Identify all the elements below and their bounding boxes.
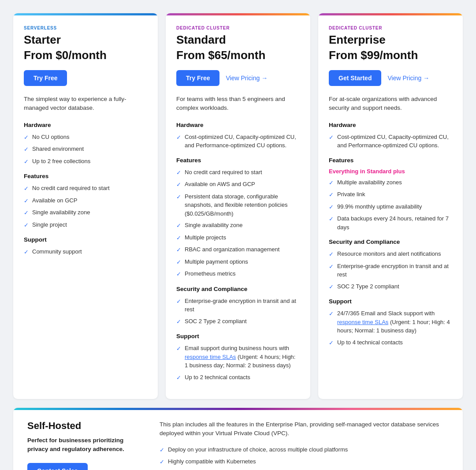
list-item: ✓99.9% monthly uptime availability [329,202,452,212]
check-icon: ✓ [329,250,334,259]
starter-hardware-list: ✓No CU options ✓Shared environment ✓Up t… [24,133,147,166]
enterprise-sla-link[interactable]: response time SLAs [337,319,388,325]
check-icon: ✓ [176,270,181,279]
check-icon: ✓ [176,180,181,189]
list-item: ✓Single availability zone [24,208,147,217]
starter-hardware-title: Hardware [24,122,147,128]
enterprise-price-prefix: From [329,48,361,62]
list-item: ✓Enterprise-grade encryption in transit … [176,297,300,314]
standard-btn-row: Try Free View Pricing → [176,70,300,86]
check-icon: ✓ [176,344,181,353]
check-icon: ✓ [176,221,181,230]
list-item: ✓Data backups every 24 hours, retained f… [329,214,452,231]
list-item: ✓Up to 2 technical contacts [176,373,300,382]
standard-hardware-list: ✓Cost-optimized CU, Capacity-optimized C… [176,133,300,150]
enterprise-hardware-title: Hardware [329,122,452,128]
enterprise-get-started-button[interactable]: Get Started [329,70,381,86]
check-icon: ✓ [24,197,29,205]
starter-features-title: Features [24,173,147,179]
list-item: ✓Up to 4 technical contacts [329,338,452,347]
list-item: ✓Multiple payment options [176,257,300,267]
starter-tagline: The simplest way to experience a fully-m… [24,95,147,113]
standard-view-pricing-link[interactable]: View Pricing → [226,75,268,82]
check-icon: ✓ [24,209,29,217]
check-icon: ✓ [160,458,164,466]
card-starter: SERVERLESS Starter From $0/month Try Fre… [13,13,158,399]
check-icon: ✓ [329,339,334,347]
check-icon: ✓ [329,203,334,212]
check-icon: ✓ [329,190,334,199]
self-hosted-title: Self-Hosted [27,420,142,432]
starter-badge: SERVERLESS [24,26,147,30]
standard-tagline: For teams with less than 5 engineers and… [176,95,300,113]
enterprise-security-list: ✓Resource monitors and alert notificatio… [329,250,452,291]
list-item: ✓Highly compatible with Kubernetes [160,457,449,466]
list-item: ✓Email support during business hours wit… [176,344,300,370]
self-hosted-left: Self-Hosted Perfect for businesses prior… [27,420,142,470]
enterprise-view-pricing-link[interactable]: View Pricing → [387,75,429,82]
list-item: ✓Resource monitors and alert notificatio… [329,250,452,259]
list-item: ✓Single availability zone [176,221,300,230]
standard-features-title: Features [176,157,300,164]
starter-features-list: ✓No credit card required to start ✓Avail… [24,184,147,229]
list-item: ✓Community support [24,247,147,257]
card-standard: DEDICATED CLUSTER Standard From $65/mont… [166,13,310,399]
standard-price: From $65/month [176,48,300,62]
starter-btn-row: Try Free [24,70,147,86]
check-icon: ✓ [176,133,181,142]
enterprise-support-list: ✓24/7/365 Email and Slack support with r… [329,309,452,347]
check-icon: ✓ [24,157,29,166]
standard-security-title: Security and Compliance [176,286,300,292]
list-item: ✓Private link [329,190,452,199]
list-item: ✓Available on GCP [24,196,147,205]
check-icon: ✓ [176,246,181,254]
list-item: ✓Cost-optimized CU, Capacity-optimized C… [329,133,452,150]
check-icon: ✓ [329,215,334,224]
self-hosted-contact-sales-button[interactable]: Contact Sales [27,463,88,470]
check-icon: ✓ [24,145,29,154]
self-hosted-features-list: ✓Deploy on your infrastructure of choice… [160,445,449,470]
check-icon: ✓ [176,234,181,242]
check-icon: ✓ [176,193,181,201]
list-item: ✓Prometheus metrics [176,269,300,279]
check-icon: ✓ [160,446,164,455]
enterprise-title: Enterprise [329,33,452,47]
check-icon: ✓ [176,258,181,267]
cards-row: SERVERLESS Starter From $0/month Try Fre… [13,13,463,399]
list-item: ✓Single project [24,220,147,230]
list-item: ✓RBAC and organization management [176,245,300,254]
list-item: ✓SOC 2 Type 2 compliant [176,317,300,326]
list-item: ✓Persistent data storage, configurable s… [176,192,300,218]
standard-support-list: ✓Email support during business hours wit… [176,344,300,382]
check-icon: ✓ [176,297,181,306]
starter-support-list: ✓Community support [24,247,147,257]
standard-sla-link[interactable]: response time SLAs [185,354,236,360]
enterprise-security-title: Security and Compliance [329,239,452,245]
starter-title: Starter [24,33,147,47]
standard-price-value: $65/month [208,48,265,62]
enterprise-support-title: Support [329,298,452,305]
list-item: ✓Multiple projects [176,233,300,242]
list-item: ✓Cost-optimized CU, Capacity-optimized C… [176,133,300,150]
starter-try-free-button[interactable]: Try Free [24,70,67,86]
enterprise-features-list: ✓Multiple availability zones ✓Private li… [329,178,452,232]
card-enterprise: DEDICATED CLUSTER Enterprise From $99/mo… [318,13,463,399]
list-item: ✓Enterprise-grade encryption in transit … [329,262,452,279]
pricing-wrapper: SERVERLESS Starter From $0/month Try Fre… [13,13,463,470]
starter-price-prefix: From [24,48,56,62]
check-icon: ✓ [24,184,29,193]
enterprise-highlight: Everything in Standard plus [329,168,452,175]
standard-price-prefix: From [176,48,208,62]
list-item: ✓Multiple availability zones [329,178,452,187]
standard-try-free-button[interactable]: Try Free [176,70,219,86]
check-icon: ✓ [329,283,334,291]
self-hosted-right: This plan includes all the features in t… [160,420,449,470]
check-icon: ✓ [24,133,29,142]
list-item: ✓Deploy on your infrastructure of choice… [160,445,449,455]
check-icon: ✓ [329,262,334,271]
enterprise-badge: DEDICATED CLUSTER [329,26,452,30]
self-hosted-subtitle: Perfect for businesses prioritizing priv… [27,436,142,454]
check-icon: ✓ [176,317,181,326]
list-item: ✓SOC 2 Type 2 compliant [329,282,452,291]
enterprise-btn-row: Get Started View Pricing → [329,70,452,86]
